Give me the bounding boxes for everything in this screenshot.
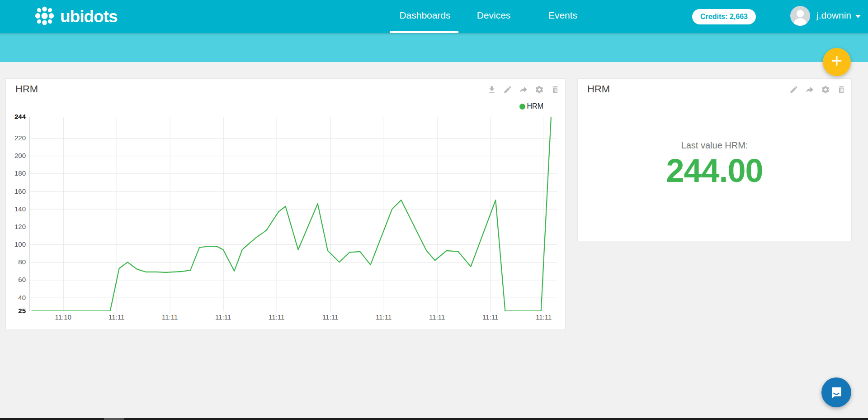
x-tick-label: 11:11 xyxy=(154,313,186,321)
scrollbar-thumb[interactable] xyxy=(104,418,124,420)
user-menu[interactable]: j.downin xyxy=(816,10,861,21)
avatar[interactable] xyxy=(790,6,810,26)
delete-icon[interactable] xyxy=(551,85,560,94)
top-nav-bar: ubidots Dashboards Devices Events Credit… xyxy=(0,0,868,33)
add-widget-button[interactable]: + xyxy=(823,48,851,76)
chart-canvas xyxy=(29,117,557,311)
y-tick-label: 40 xyxy=(6,294,26,302)
y-tick-label: 100 xyxy=(6,240,26,248)
x-tick-label: 11:11 xyxy=(101,313,132,321)
x-tick-label: 11:11 xyxy=(208,313,239,321)
share-icon[interactable] xyxy=(519,85,528,94)
y-tick-label: 200 xyxy=(6,152,26,160)
tab-devices[interactable]: Devices xyxy=(477,10,511,21)
tab-dashboards[interactable]: Dashboards xyxy=(399,10,450,21)
y-tick-label: 244 xyxy=(6,113,26,121)
x-tick-label: 11:11 xyxy=(315,313,346,321)
ubidots-logo-icon xyxy=(34,5,55,28)
widget-title: HRM xyxy=(587,83,610,95)
hrm-chart-widget: HRM HRM 24422020018016014012010080604025… xyxy=(5,78,566,330)
hrm-value-widget: HRM Last value HRM: 244.00 xyxy=(577,78,852,241)
x-tick-label: 11:11 xyxy=(475,313,506,321)
brand-name: ubidots xyxy=(60,7,118,26)
widget-title: HRM xyxy=(15,83,38,95)
hrm-line-chart xyxy=(29,117,557,311)
edit-icon[interactable] xyxy=(503,85,512,94)
y-tick-label: 60 xyxy=(6,276,26,284)
edit-icon[interactable] xyxy=(789,85,798,94)
chart-legend[interactable]: HRM xyxy=(519,102,543,110)
x-tick-label: 11:11 xyxy=(528,313,560,321)
hrm-series-line xyxy=(32,117,551,311)
value-widget-toolbar xyxy=(789,85,846,94)
x-tick-label: 11:11 xyxy=(368,313,400,321)
person-icon xyxy=(790,6,810,26)
y-tick-label: 220 xyxy=(6,134,26,142)
intercom-messenger-icon xyxy=(829,385,844,400)
x-tick-label: 11:10 xyxy=(47,313,79,321)
last-value-label: Last value HRM: xyxy=(578,140,851,151)
y-tick-label: 25 xyxy=(6,307,26,315)
delete-icon[interactable] xyxy=(837,85,846,94)
legend-label: HRM xyxy=(527,102,543,110)
dashboard-header-bar xyxy=(0,33,868,62)
x-tick-label: 11:11 xyxy=(421,313,453,321)
username: j.downin xyxy=(816,10,851,21)
y-tick-label: 80 xyxy=(6,258,26,266)
chart-widget-toolbar xyxy=(487,85,560,94)
download-icon[interactable] xyxy=(487,85,496,94)
y-tick-label: 140 xyxy=(6,205,26,213)
y-tick-label: 120 xyxy=(6,223,26,231)
settings-icon[interactable] xyxy=(821,85,830,94)
share-icon[interactable] xyxy=(805,85,814,94)
last-value-number: 244.00 xyxy=(578,152,851,189)
legend-dot xyxy=(519,104,525,110)
active-tab-underline xyxy=(390,31,458,33)
tab-events[interactable]: Events xyxy=(548,10,577,21)
intercom-chat-button[interactable] xyxy=(821,377,851,407)
chevron-down-icon xyxy=(855,15,861,18)
y-tick-label: 180 xyxy=(6,169,26,177)
ubidots-logo[interactable]: ubidots xyxy=(34,5,118,28)
y-tick-label: 160 xyxy=(6,187,26,196)
settings-icon[interactable] xyxy=(535,85,544,94)
credits-badge[interactable]: Credits: 2,663 xyxy=(692,9,756,24)
horizontal-scrollbar xyxy=(0,418,868,420)
x-tick-label: 11:11 xyxy=(261,313,292,321)
